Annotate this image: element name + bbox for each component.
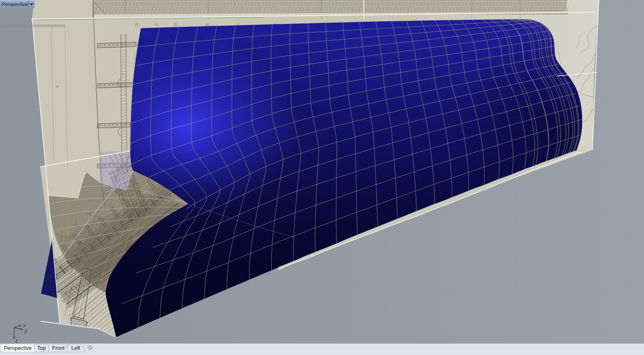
svg-text:x: x	[23, 323, 26, 329]
svg-text:32: 32	[173, 23, 177, 27]
svg-text:y: y	[24, 328, 27, 334]
svg-text:31: 31	[155, 23, 159, 27]
svg-text:z: z	[15, 338, 18, 344]
svg-text:Perspective: Perspective	[2, 1, 28, 7]
svg-text:Perspective: Perspective	[4, 345, 32, 351]
svg-text:32: 32	[135, 23, 139, 27]
svg-text:Front: Front	[52, 345, 65, 351]
svg-text:Top: Top	[37, 345, 46, 351]
svg-text:Left: Left	[71, 345, 80, 351]
